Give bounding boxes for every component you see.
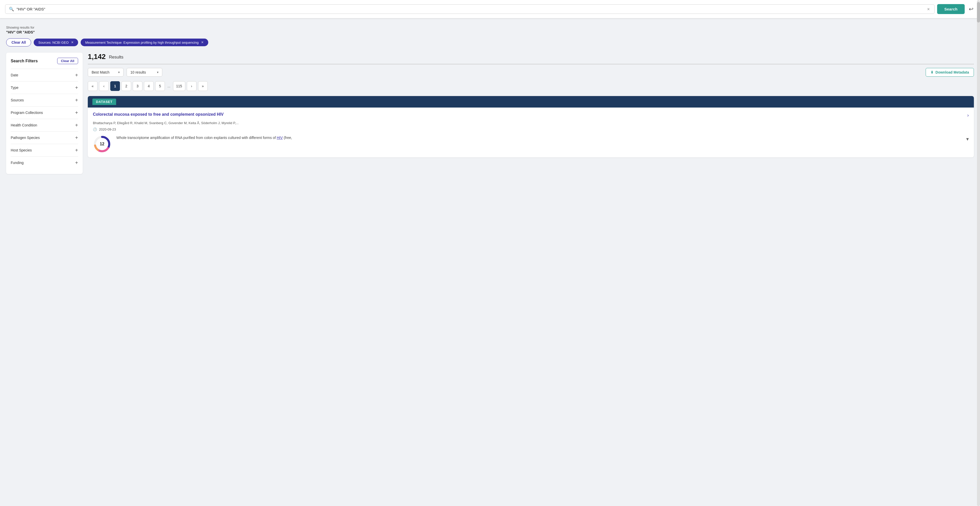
- filter-health-condition-label: Health Condition: [11, 123, 37, 127]
- card-title-highlight: HIV: [217, 112, 224, 117]
- chip-measurement-technique[interactable]: Measurement Technique: Expression profil…: [81, 38, 208, 46]
- chip-sources-close-icon[interactable]: ×: [71, 40, 73, 45]
- sidebar: Search Filters Clear All Date + Type + S…: [6, 53, 83, 174]
- filter-date-expand-icon: +: [75, 73, 78, 78]
- two-col-layout: Search Filters Clear All Date + Type + S…: [6, 53, 974, 174]
- card-type-bar: DATASET: [88, 96, 974, 107]
- card-donut-value: 12: [100, 142, 104, 146]
- per-page-chevron-icon: ▾: [157, 70, 159, 74]
- pagination-last-page-button[interactable]: 115: [173, 81, 185, 91]
- card-date-row: 🕐 2020-09-23: [93, 128, 969, 131]
- result-card: DATASET Colorectal mucosa exposed to fre…: [88, 96, 974, 157]
- download-icon: ⬇: [931, 70, 934, 74]
- card-bottom: 12 Whole transcriptome amplification of …: [93, 135, 969, 153]
- results-count: 1,142: [88, 53, 106, 61]
- card-description-highlight: HIV: [277, 136, 283, 140]
- card-expand-chevron-icon: ›: [967, 113, 969, 118]
- per-page-selected-label: 10 results: [130, 70, 146, 74]
- card-type-tag: DATASET: [92, 99, 116, 105]
- controls-row: Best Match ▾ 10 results ▾ ⬇ Download Met…: [88, 68, 974, 77]
- scrollbar[interactable]: [977, 0, 980, 506]
- pagination-ellipsis: ...: [166, 84, 172, 88]
- scrollbar-thumb[interactable]: [977, 2, 980, 22]
- filter-type-expand-icon: +: [75, 85, 78, 90]
- filter-type-label: Type: [11, 86, 18, 89]
- history-button[interactable]: ↩: [967, 5, 975, 14]
- filter-section-funding[interactable]: Funding +: [11, 156, 78, 169]
- filter-host-species-expand-icon: +: [75, 148, 78, 153]
- download-label: Download Metadata: [935, 70, 969, 74]
- search-button[interactable]: Search: [937, 4, 965, 14]
- filter-section-pathogen-species[interactable]: Pathogen Species +: [11, 131, 78, 144]
- chips-clear-all-button[interactable]: Clear All: [6, 38, 31, 46]
- sidebar-header: Search Filters Clear All: [11, 58, 78, 64]
- pagination-first-button[interactable]: «: [88, 81, 97, 91]
- filter-section-health-condition[interactable]: Health Condition +: [11, 119, 78, 131]
- clear-input-button[interactable]: ×: [926, 7, 931, 11]
- filter-pathogen-species-label: Pathogen Species: [11, 136, 40, 140]
- filter-chips-row: Clear All Sources: NCBI GEO × Measuremen…: [6, 38, 974, 46]
- filter-pathogen-species-expand-icon: +: [75, 135, 78, 140]
- clock-icon: 🕐: [93, 128, 97, 131]
- filter-section-sources[interactable]: Sources +: [11, 94, 78, 106]
- pagination-last-button[interactable]: »: [198, 81, 208, 91]
- sort-dropdown[interactable]: Best Match ▾: [88, 68, 124, 77]
- pagination: « ‹ 1 2 3 4 5 ... 115 › »: [88, 81, 974, 91]
- filter-program-collections-label: Program Collections: [11, 110, 43, 115]
- card-description-expand-button[interactable]: ▾: [966, 136, 969, 142]
- search-icon: 🔍: [9, 6, 14, 11]
- chip-sources-ncbi-geo[interactable]: Sources: NCBI GEO ×: [34, 38, 78, 46]
- pagination-page-4-button[interactable]: 4: [144, 81, 154, 91]
- filter-section-program-collections[interactable]: Program Collections +: [11, 106, 78, 119]
- pagination-page-1-button[interactable]: 1: [110, 81, 120, 91]
- download-metadata-button[interactable]: ⬇ Download Metadata: [926, 68, 974, 77]
- showing-results-query: "HIV" OR "AIDS": [6, 30, 974, 34]
- main-content: Showing results for "HIV" OR "AIDS" Clea…: [0, 18, 980, 180]
- search-input-wrapper: 🔍 ×: [5, 4, 935, 14]
- results-header: 1,142 Results: [88, 53, 974, 64]
- filter-host-species-label: Host Species: [11, 148, 32, 152]
- pagination-prev-button[interactable]: ‹: [99, 81, 109, 91]
- filter-funding-label: Funding: [11, 161, 24, 165]
- pagination-next-button[interactable]: ›: [187, 81, 197, 91]
- chip-measurement-close-icon[interactable]: ×: [201, 40, 204, 45]
- showing-results: Showing results for "HIV" OR "AIDS": [6, 26, 974, 34]
- sort-selected-label: Best Match: [92, 70, 110, 74]
- pagination-page-3-button[interactable]: 3: [133, 81, 142, 91]
- sidebar-clear-all-button[interactable]: Clear All: [57, 58, 78, 64]
- sidebar-title: Search Filters: [11, 59, 38, 63]
- card-donut-chart: 12: [93, 135, 111, 153]
- pagination-page-5-button[interactable]: 5: [155, 81, 165, 91]
- card-title-link[interactable]: Colorectal mucosa exposed to free and co…: [93, 112, 965, 117]
- filter-section-date[interactable]: Date +: [11, 69, 78, 81]
- filter-sources-label: Sources: [11, 98, 24, 102]
- filter-health-condition-expand-icon: +: [75, 123, 78, 128]
- search-bar: 🔍 × Search ↩: [0, 0, 980, 18]
- showing-results-label: Showing results for: [6, 26, 974, 29]
- filter-program-collections-expand-icon: +: [75, 110, 78, 115]
- chip-measurement-label: Measurement Technique: Expression profil…: [85, 41, 199, 45]
- pagination-page-2-button[interactable]: 2: [121, 81, 131, 91]
- card-authors: Bhattacharya P, Ellegård R, Khalid M, Sv…: [93, 121, 969, 125]
- results-label: Results: [108, 55, 123, 60]
- filter-date-label: Date: [11, 73, 18, 77]
- filter-section-type[interactable]: Type +: [11, 81, 78, 94]
- card-body: Colorectal mucosa exposed to free and co…: [88, 107, 974, 157]
- card-description: Whole transcriptome amplification of RNA…: [116, 135, 961, 140]
- results-panel: 1,142 Results Best Match ▾ 10 results ▾ …: [88, 53, 974, 157]
- per-page-dropdown[interactable]: 10 results ▾: [127, 68, 162, 77]
- sort-dropdown-chevron-icon: ▾: [118, 70, 120, 74]
- search-input[interactable]: [17, 7, 924, 11]
- card-date: 2020-09-23: [99, 128, 116, 131]
- filter-sources-expand-icon: +: [75, 97, 78, 103]
- filter-section-host-species[interactable]: Host Species +: [11, 144, 78, 156]
- chip-sources-label: Sources: NCBI GEO: [38, 41, 68, 45]
- card-title-row: Colorectal mucosa exposed to free and co…: [93, 112, 969, 118]
- filter-funding-expand-icon: +: [75, 160, 78, 165]
